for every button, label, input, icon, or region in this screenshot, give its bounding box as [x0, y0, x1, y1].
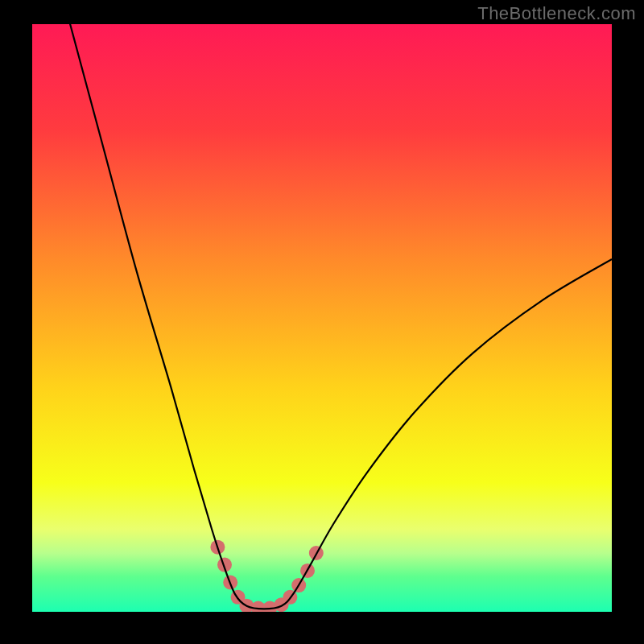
- chart-background: [32, 24, 612, 612]
- chart-svg: [32, 24, 612, 612]
- watermark-text: TheBottleneck.com: [477, 3, 636, 24]
- chart-plot: [32, 24, 612, 612]
- chart-frame: TheBottleneck.com: [0, 0, 644, 644]
